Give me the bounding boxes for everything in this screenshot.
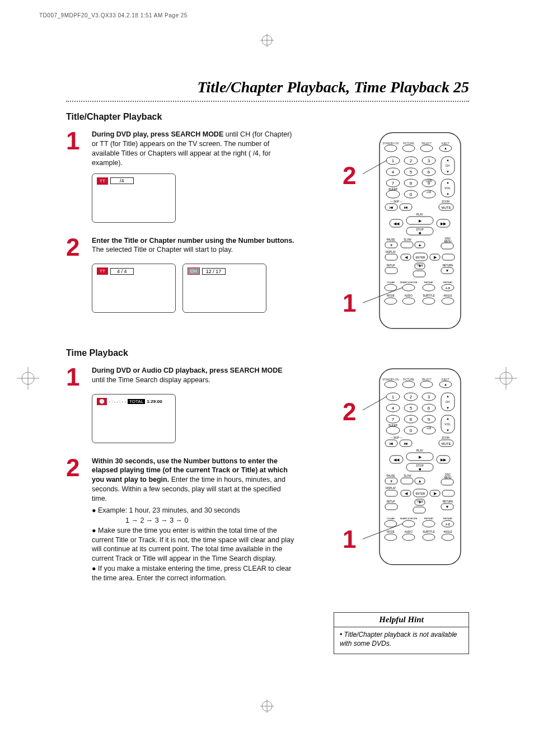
section2-step2: 2 Within 30 seconds, use the Number butt… — [66, 457, 296, 584]
svg-text:▲: ▲ — [446, 181, 449, 184]
svg-text:▼: ▼ — [446, 406, 449, 410]
s2-step1-text: During DVD or Audio CD playback, press S… — [92, 366, 296, 388]
svg-text:DISPLAY: DISPLAY — [386, 487, 396, 490]
svg-text:VOL.: VOL. — [444, 422, 451, 426]
crop-mark-bottom — [260, 699, 274, 713]
svg-text:6: 6 — [428, 170, 430, 175]
svg-text:8: 8 — [410, 181, 413, 186]
svg-text:EJECT: EJECT — [442, 142, 450, 145]
osd-box-1: TT /4 — [92, 173, 176, 223]
svg-text:▲: ▲ — [444, 383, 447, 386]
svg-text:DISPLAY: DISPLAY — [386, 251, 396, 253]
svg-text:PICTURE: PICTURE — [403, 142, 414, 145]
section2-step1: 1 During DVD or Audio CD playback, press… — [66, 366, 296, 388]
svg-text:MENU: MENU — [444, 476, 451, 479]
svg-text:ZOOM: ZOOM — [442, 436, 449, 439]
bullet-total-time: ● Make sure the time you enter is within… — [92, 526, 296, 564]
svg-text:SETUP: SETUP — [386, 264, 395, 267]
section2-right: 2 1 STANDBY-ONPICTURESELECTEJECT ▲ — [312, 366, 469, 654]
crop-mark-left — [17, 367, 39, 389]
svg-text:▼: ▼ — [418, 264, 422, 268]
svg-text:+10: +10 — [427, 426, 432, 430]
svg-text:PICTURE: PICTURE — [403, 378, 414, 381]
osd-total-label: TOTAL — [128, 399, 145, 404]
svg-text:▲: ▲ — [418, 243, 422, 247]
svg-text:AUDIO: AUDIO — [405, 530, 413, 533]
svg-text:4: 4 — [392, 170, 395, 175]
step-number-2: 2 — [66, 236, 84, 259]
svg-text:7: 7 — [392, 417, 395, 422]
step-number-1: 1 — [66, 130, 84, 168]
remote-callout-2: 2 — [343, 163, 356, 188]
section1-right: 2 1 STANDBY-ONPICTURESELECTEJECT ▲ — [312, 130, 469, 331]
svg-text:SLOW: SLOW — [404, 475, 411, 477]
svg-text:SETUP: SETUP — [386, 500, 395, 503]
svg-text:▶▶: ▶▶ — [441, 458, 447, 462]
svg-text:3: 3 — [428, 158, 430, 163]
svg-text:MUTE: MUTE — [442, 206, 451, 209]
svg-text:6: 6 — [428, 406, 430, 411]
svg-text:ANGLE: ANGLE — [443, 294, 452, 297]
svg-text:SELECT: SELECT — [421, 142, 432, 145]
hint-title: Helpful Hint — [334, 613, 469, 627]
osd2a-field: 4 / 4 — [110, 268, 134, 275]
content-area: Title/Chapter Playback, Time Playback 25… — [66, 78, 469, 654]
svg-text:AUDIO: AUDIO — [405, 294, 413, 297]
page: TD007_9MDPF20_V3.QX33 04.2.18 1:51 AM Pa… — [0, 0, 534, 756]
section1-heading: Title/Chapter Playback — [66, 112, 469, 122]
step2-rest: The selected Title or Chapter will start… — [92, 246, 233, 253]
svg-text:SEARCH MODE: SEARCH MODE — [400, 281, 417, 284]
remote-callout-1: 1 — [343, 291, 356, 316]
svg-text:A-B: A-B — [446, 287, 451, 290]
svg-text:SLEEP: SLEEP — [388, 187, 398, 191]
svg-text:CLEAR: CLEAR — [387, 281, 395, 284]
remote-svg-2: STANDBY-ONPICTURESELECTEJECT ▲ 123 — [363, 366, 469, 567]
svg-text:1: 1 — [392, 158, 395, 163]
osd1-badge: TT — [97, 177, 108, 185]
remote2-callout-1: 1 — [343, 527, 356, 552]
step2-text: Enter the Title or Chapter number using … — [92, 236, 296, 259]
svg-text:— SKIP —: — SKIP — — [390, 200, 402, 203]
svg-text:MENU: MENU — [444, 240, 451, 243]
crop-mark-top — [260, 34, 274, 47]
osd1-field: /4 — [110, 177, 134, 184]
osd-box-2a: TT 4 / 4 — [92, 264, 176, 313]
bullet-example-a: ● Example: 1 hour, 23 minutes, and 30 se… — [92, 506, 296, 515]
osd-box-2b: CH 12 / 17 — [182, 264, 266, 313]
svg-text:▲: ▲ — [446, 395, 449, 398]
svg-text:▼: ▼ — [446, 192, 449, 196]
svg-text:■: ■ — [419, 231, 421, 235]
svg-text:⏭: ⏭ — [404, 442, 408, 445]
svg-text:REPEAT: REPEAT — [424, 517, 434, 520]
svg-text:PAUSE: PAUSE — [387, 238, 395, 241]
svg-text:⏮: ⏮ — [390, 205, 394, 209]
osd-time-blank: - : - - : - - — [109, 399, 126, 404]
svg-text:9: 9 — [428, 417, 430, 422]
svg-text:◀◀: ◀◀ — [394, 458, 400, 462]
svg-text:SLEEP: SLEEP — [388, 424, 398, 427]
svg-text:▼: ▼ — [446, 269, 449, 273]
svg-text:REPEAT: REPEAT — [424, 281, 434, 284]
remote2-callout-2: 2 — [343, 400, 356, 424]
svg-text:4: 4 — [392, 406, 395, 411]
svg-text:⏸: ⏸ — [390, 243, 393, 247]
s2-step1-rest: until the Time Search display appears. — [92, 376, 210, 384]
title-rule — [66, 101, 469, 102]
section1-step1: 1 During DVD play, press SEARCH MODE unt… — [66, 130, 296, 168]
svg-text:1: 1 — [392, 395, 395, 400]
bullet-example-b: 1 → 2 → 3 → 3 → 0 — [92, 516, 296, 525]
svg-text:A-B: A-B — [446, 523, 451, 526]
step2-bold: Enter the Title or Chapter number using … — [92, 237, 294, 245]
svg-text:5: 5 — [410, 406, 413, 411]
header-pageinfo: TD007_9MDPF20_V3.QX33 04.2.18 1:51 AM Pa… — [39, 12, 188, 18]
svg-text:ANGLE: ANGLE — [443, 530, 452, 533]
svg-text:MODE: MODE — [387, 294, 395, 297]
svg-text:SEARCH MODE: SEARCH MODE — [400, 517, 417, 520]
svg-text:PLAY: PLAY — [416, 213, 424, 216]
svg-text:▼: ▼ — [446, 429, 449, 432]
svg-text:MUTE: MUTE — [442, 442, 451, 445]
svg-text:STANDBY-ON: STANDBY-ON — [383, 378, 399, 381]
step1-text: During DVD play, press SEARCH MODE until… — [92, 130, 296, 168]
section1-step2: 2 Enter the Title or Chapter number usin… — [66, 236, 296, 259]
svg-text:▲: ▲ — [446, 158, 449, 162]
